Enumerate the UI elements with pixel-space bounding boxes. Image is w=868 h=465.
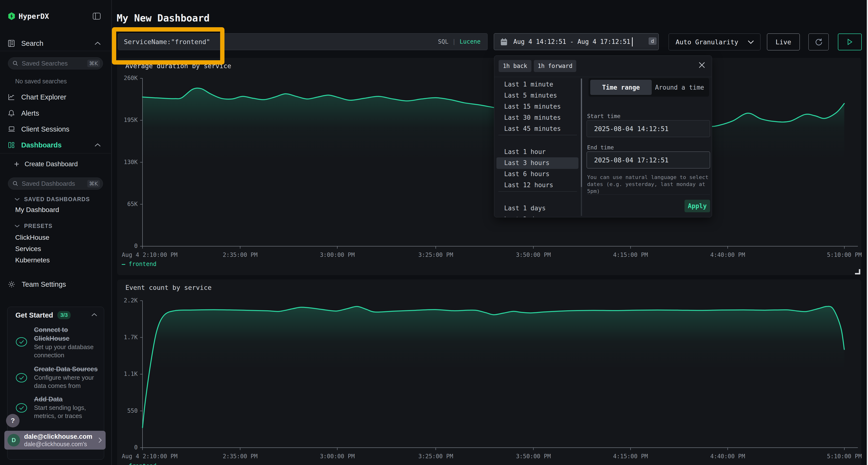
- x-axis-tick-label: 5:10:00 PM: [808, 252, 868, 258]
- divider: [0, 51, 111, 51]
- time-option-last-3-hours[interactable]: Last 3 hours: [504, 159, 550, 166]
- section-title: SAVED DASHBOARDS: [24, 196, 90, 203]
- window-scrollbar[interactable]: [867, 0, 868, 465]
- filter-query-input[interactable]: ServiceName:"frontend" SQL | Lucene: [118, 33, 488, 50]
- sidebar-item-kubernetes[interactable]: Kubernetes: [0, 255, 112, 266]
- check-circle-icon: [16, 373, 27, 383]
- saved-searches-placeholder: Saved Searches: [22, 60, 87, 67]
- filter-query-value: ServiceName:"frontend": [124, 38, 210, 45]
- sidebar-item-clickhouse[interactable]: ClickHouse: [0, 232, 112, 243]
- scrollbar-track[interactable]: [581, 78, 582, 216]
- x-axis-tick-label: Aug 4 2:10:00 PM: [122, 252, 178, 258]
- time-option-last-30-minutes[interactable]: Last 30 minutes: [504, 114, 561, 121]
- check-circle-icon: [16, 337, 27, 347]
- hyperdx-logo-icon: [8, 12, 15, 20]
- time-option-last-15-minutes[interactable]: Last 15 minutes: [504, 103, 561, 110]
- chevron-down-icon: [748, 40, 754, 44]
- scrollbar-thumb[interactable]: [581, 78, 582, 187]
- granularity-select[interactable]: Auto Granularity: [669, 33, 761, 51]
- live-button[interactable]: Live: [767, 33, 800, 51]
- tab-label: Around a time: [655, 84, 704, 91]
- time-option-last-1-days[interactable]: Last 1 days: [504, 204, 546, 212]
- sidebar-item-team-settings[interactable]: Team Settings: [0, 277, 112, 291]
- sql-mode-toggle[interactable]: SQL: [438, 38, 448, 45]
- tab-label: Time range: [602, 84, 640, 91]
- check-circle-icon: [16, 403, 27, 413]
- tab-around-a-time[interactable]: Around a time: [652, 80, 707, 95]
- preset-link-label: ClickHouse: [15, 234, 50, 241]
- gear-icon: [8, 281, 15, 288]
- start-time-value: 2025-08-04 14:12:51: [594, 125, 669, 133]
- play-button[interactable]: [838, 33, 862, 51]
- sidebar-item-client-sessions[interactable]: Client Sessions: [0, 122, 112, 136]
- sidebar-item-services[interactable]: Services: [0, 243, 112, 255]
- sidebar-item-my-dashboard[interactable]: My Dashboard: [0, 204, 112, 215]
- shift-forward-button[interactable]: 1h forward: [534, 60, 576, 72]
- y-axis-tick-label: 1.7K: [117, 334, 138, 341]
- x-axis-tick-label: 3:50:00 PM: [497, 453, 569, 460]
- chevron-down-icon: [14, 225, 20, 227]
- end-time-value: 2025-08-04 17:12:51: [594, 156, 669, 164]
- saved-dashboards-placeholder: Saved Dashboards: [22, 180, 87, 188]
- sidebar-item-dashboards[interactable]: Dashboards: [0, 138, 112, 152]
- dashboard-link-label: My Dashboard: [15, 206, 59, 214]
- resize-handle[interactable]: [855, 269, 860, 274]
- tab-bar: Time range Around a time: [589, 78, 709, 97]
- saved-searches-input[interactable]: Saved Searches ⌘K: [8, 57, 103, 69]
- create-dashboard-label: Create Dashboard: [25, 161, 78, 168]
- sidebar-item-search[interactable]: Search: [0, 37, 112, 50]
- chevron-up-icon[interactable]: [91, 313, 97, 317]
- hotkey-badge: ⌘K: [87, 180, 100, 188]
- user-menu[interactable]: D dale@clickhouse.com dale@clickhouse.co…: [4, 431, 105, 450]
- checklist-item-title: Create Data Sources: [34, 365, 102, 373]
- presets-section-header[interactable]: PRESETS: [0, 220, 112, 232]
- section-title: PRESETS: [24, 223, 53, 229]
- preset-link-label: Kubernetes: [15, 256, 50, 264]
- x-axis-tick-label: 2:35:00 PM: [204, 453, 276, 460]
- get-started-title: Get Started: [16, 311, 53, 319]
- chart-legend[interactable]: — frontend: [122, 261, 156, 267]
- create-dashboard-button[interactable]: Create Dashboard: [0, 158, 112, 170]
- time-option-last-6-hours[interactable]: Last 6 hours: [504, 170, 550, 177]
- y-axis-tick-label: 0: [117, 444, 138, 451]
- plus-icon: [14, 161, 19, 167]
- live-button-label: Live: [775, 38, 791, 46]
- time-option-last-1-hour[interactable]: Last 1 hour: [504, 148, 546, 156]
- chart-explorer-icon: [8, 94, 15, 100]
- divider: [0, 153, 111, 154]
- time-option-last-1-minute[interactable]: Last 1 minute: [504, 81, 553, 88]
- shift-back-button[interactable]: 1h back: [499, 60, 531, 72]
- sidebar-item-alerts[interactable]: Alerts: [0, 106, 112, 120]
- help-button[interactable]: ?: [6, 414, 20, 427]
- text-caret: [632, 37, 633, 46]
- sidebar-item-label: Alerts: [21, 109, 39, 117]
- sidebar: HyperDX Search Saved Search: [0, 0, 112, 465]
- close-icon[interactable]: [698, 61, 706, 69]
- legend-label: frontend: [128, 463, 156, 465]
- refresh-button[interactable]: [808, 33, 829, 51]
- time-option-last-5-minutes[interactable]: Last 5 minutes: [504, 92, 557, 99]
- end-time-input[interactable]: 2025-08-04 17:12:51: [587, 152, 710, 168]
- time-option-last-2-days[interactable]: Last 2 days: [504, 215, 546, 217]
- tab-time-range[interactable]: Time range: [590, 80, 652, 95]
- sidebar-item-chart-explorer[interactable]: Chart Explorer: [0, 90, 112, 104]
- apply-button[interactable]: Apply: [684, 200, 710, 212]
- x-axis-tick-label: 3:25:00 PM: [400, 453, 472, 460]
- saved-dashboards-input[interactable]: Saved Dashboards ⌘K: [8, 177, 103, 190]
- chart-legend[interactable]: — frontend: [122, 463, 156, 465]
- time-option-last-12-hours[interactable]: Last 12 hours: [504, 181, 553, 189]
- time-range-input[interactable]: Aug 4 14:12:51 - Aug 4 17:12:51 d: [494, 33, 659, 50]
- legend-label: frontend: [128, 261, 156, 267]
- y-axis-tick-label: 0: [117, 243, 138, 250]
- logo-row: HyperDX: [0, 10, 112, 22]
- sidebar-collapse-icon[interactable]: [93, 12, 101, 20]
- legend-swatch: —: [122, 463, 125, 465]
- lucene-mode-toggle[interactable]: Lucene: [460, 38, 480, 45]
- x-axis-tick-label: 3:00:00 PM: [301, 252, 373, 258]
- preset-link-label: Services: [15, 245, 41, 253]
- saved-dashboards-section-header[interactable]: SAVED DASHBOARDS: [0, 194, 112, 205]
- line-chart: 05501.1K1.7K2.2KAug 4 2:10:00 PM2:35:00 …: [117, 279, 861, 465]
- relative-time-list: Last 1 minuteLast 5 minutesLast 15 minut…: [494, 77, 581, 217]
- start-time-input[interactable]: 2025-08-04 14:12:51: [587, 120, 710, 137]
- time-option-last-45-minutes[interactable]: Last 45 minutes: [504, 125, 561, 132]
